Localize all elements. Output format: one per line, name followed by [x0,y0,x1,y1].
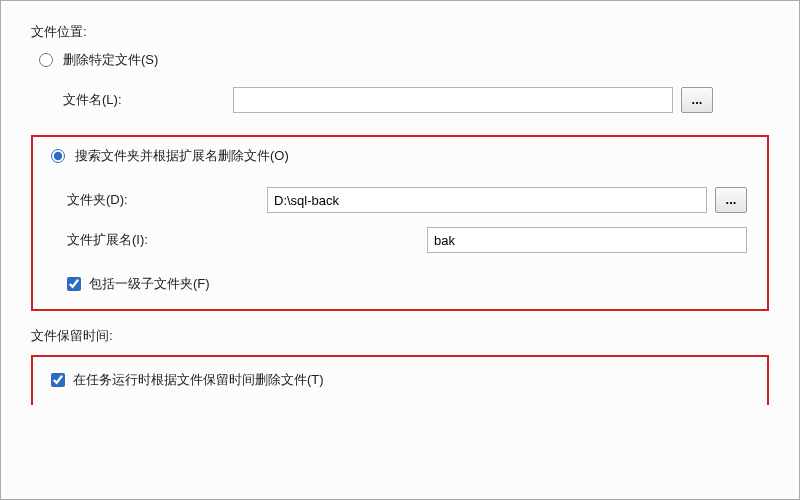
search-folder-label: 搜索文件夹并根据扩展名删除文件(O) [75,147,289,165]
filename-input[interactable] [233,87,673,113]
filename-label: 文件名(L): [63,91,233,109]
file-location-heading: 文件位置: [31,23,799,41]
folder-row: 文件夹(D): ... [67,187,757,213]
delete-specific-label: 删除特定文件(S) [63,51,158,69]
settings-panel: 文件位置: 删除特定文件(S) 文件名(L): ... 搜索文件夹并根据扩展名删… [0,0,800,500]
search-folder-radio[interactable] [51,149,65,163]
extension-input[interactable] [427,227,747,253]
include-subfolders-row: 包括一级子文件夹(F) [67,275,757,293]
extension-row: 文件扩展名(I): [67,227,757,253]
folder-label: 文件夹(D): [67,191,267,209]
delete-by-retention-checkbox[interactable] [51,373,65,387]
include-subfolders-checkbox[interactable] [67,277,81,291]
delete-by-retention-label: 在任务运行时根据文件保留时间删除文件(T) [73,371,324,389]
search-folder-highlight: 搜索文件夹并根据扩展名删除文件(O) 文件夹(D): ... 文件扩展名(I):… [31,135,769,311]
retention-heading: 文件保留时间: [31,327,799,345]
folder-input[interactable] [267,187,707,213]
filename-browse-button[interactable]: ... [681,87,713,113]
delete-specific-radio[interactable] [39,53,53,67]
delete-by-retention-row: 在任务运行时根据文件保留时间删除文件(T) [51,371,757,389]
retention-highlight: 在任务运行时根据文件保留时间删除文件(T) [31,355,769,405]
filename-row: 文件名(L): ... [63,87,799,113]
include-subfolders-label: 包括一级子文件夹(F) [89,275,210,293]
folder-browse-button[interactable]: ... [715,187,747,213]
search-folder-radio-row: 搜索文件夹并根据扩展名删除文件(O) [51,147,757,165]
delete-specific-radio-row: 删除特定文件(S) [39,51,799,69]
extension-label: 文件扩展名(I): [67,231,267,249]
